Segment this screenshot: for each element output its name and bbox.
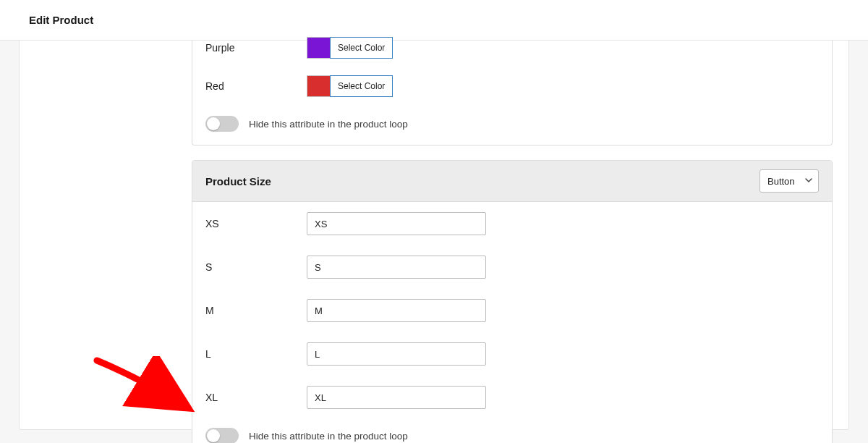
size-attribute-title: Product Size (205, 175, 271, 187)
size-row: XL (205, 376, 819, 419)
size-attribute-card: Product Size Button XS (192, 160, 833, 443)
size-row: XS (205, 202, 819, 245)
size-label: XL (205, 392, 307, 403)
size-label: S (205, 261, 307, 273)
color-swatch-purple (307, 37, 330, 59)
size-label: M (205, 305, 307, 316)
main-panel: Purple Select Color Red Select Color (19, 41, 849, 430)
size-input-xl[interactable] (307, 386, 486, 409)
attribute-type-select[interactable]: Button (760, 169, 819, 193)
size-label: XS (205, 218, 307, 229)
color-attribute-card: Purple Select Color Red Select Color (192, 41, 833, 145)
size-attribute-header: Product Size Button (192, 161, 832, 202)
hide-attribute-toggle-row: Hide this attribute in the product loop (205, 419, 819, 443)
hide-attribute-toggle[interactable] (205, 428, 239, 443)
color-label: Red (205, 80, 307, 92)
color-row-red: Red Select Color (205, 65, 819, 107)
hide-attribute-toggle-label: Hide this attribute in the product loop (249, 119, 408, 130)
size-label: L (205, 348, 307, 360)
size-row: M (205, 289, 819, 332)
select-color-button[interactable]: Select Color (330, 75, 393, 97)
hide-attribute-toggle[interactable] (205, 116, 239, 132)
color-swatch-red (307, 75, 330, 97)
color-label: Purple (205, 42, 307, 54)
select-color-button[interactable]: Select Color (330, 37, 393, 59)
size-input-s[interactable] (307, 256, 486, 279)
page-body: Purple Select Color Red Select Color (0, 41, 868, 443)
size-row: L (205, 332, 819, 376)
size-input-m[interactable] (307, 299, 486, 322)
color-row-purple: Purple Select Color (205, 41, 819, 65)
size-input-xs[interactable] (307, 212, 486, 235)
page-title: Edit Product (29, 14, 93, 26)
hide-attribute-toggle-row: Hide this attribute in the product loop (205, 107, 819, 132)
size-row: S (205, 245, 819, 289)
size-input-l[interactable] (307, 342, 486, 366)
hide-attribute-toggle-label: Hide this attribute in the product loop (249, 431, 408, 442)
top-bar: Edit Product (0, 0, 868, 41)
